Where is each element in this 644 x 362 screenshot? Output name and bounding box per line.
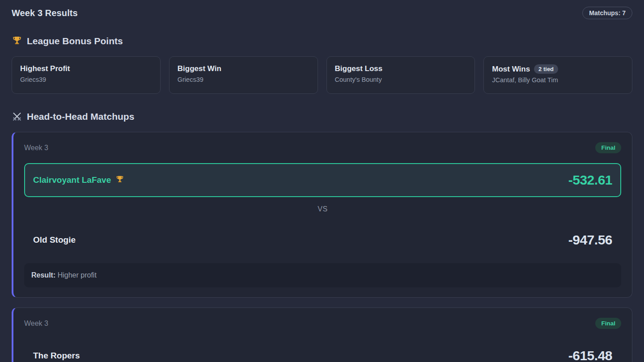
crossed-swords-icon <box>12 111 22 122</box>
vs-label: VS <box>24 205 621 213</box>
bonus-card-label: Biggest Loss <box>335 64 383 73</box>
team-name: Old Stogie <box>33 235 76 245</box>
team-score: -947.56 <box>568 232 612 248</box>
page-title: Week 3 Results <box>12 8 78 18</box>
status-badge: Final <box>595 142 621 153</box>
topbar: Week 3 Results Matchups: 7 <box>12 7 632 19</box>
team-score: -615.48 <box>568 348 612 362</box>
team-name: Clairvoyant LaFave <box>33 175 124 185</box>
bonus-card-biggest-loss: Biggest Loss County's Bounty <box>326 56 475 94</box>
result-box: Result: Higher profit <box>24 263 621 287</box>
matchup-card[interactable]: Week 3 Final The Ropers -615.48 <box>12 307 632 362</box>
h2h-section-title-text: Head-to-Head Matchups <box>27 111 134 122</box>
team-row: The Ropers -615.48 <box>24 339 621 362</box>
team-row-winner: Clairvoyant LaFave -532.61 <box>24 163 621 197</box>
bonus-card-most-wins: Most Wins 2 tied JCantaf, Billy Goat Tim <box>483 56 632 94</box>
bonus-card-label: Most Wins <box>492 65 530 74</box>
matchup-card-head: Week 3 Final <box>24 142 621 153</box>
week-label: Week 3 <box>24 320 48 328</box>
bonus-card-value: County's Bounty <box>335 76 467 83</box>
result-label: Result: <box>31 271 55 279</box>
week-label: Week 3 <box>24 144 48 152</box>
trophy-icon <box>12 36 22 46</box>
bonus-card-label: Biggest Win <box>178 64 221 73</box>
bonus-card-label: Highest Profit <box>20 64 70 73</box>
matchup-card[interactable]: Week 3 Final Clairvoyant LaFave -532.61 <box>12 132 632 298</box>
bonus-grid: Highest Profit Griecs39 Biggest Win Grie… <box>12 56 632 94</box>
bonus-card-highest-profit: Highest Profit Griecs39 <box>12 56 161 94</box>
team-name-text: Clairvoyant LaFave <box>33 175 111 185</box>
bonus-card-biggest-win: Biggest Win Griecs39 <box>169 56 318 94</box>
bonus-card-value: Griecs39 <box>178 76 309 83</box>
status-badge: Final <box>595 318 621 329</box>
team-row: Old Stogie -947.56 <box>24 223 621 257</box>
winner-trophy-icon <box>115 175 124 185</box>
h2h-section-title: Head-to-Head Matchups <box>12 111 632 122</box>
matchup-card-head: Week 3 Final <box>24 318 621 329</box>
page: Week 3 Results Matchups: 7 League Bonus … <box>0 0 644 362</box>
team-name: The Ropers <box>33 351 80 361</box>
bonus-card-value: JCantaf, Billy Goat Tim <box>492 76 624 84</box>
bonus-card-value: Griecs39 <box>20 76 152 83</box>
bonus-section-title: League Bonus Points <box>12 36 632 46</box>
bonus-section-title-text: League Bonus Points <box>27 36 123 46</box>
tied-badge: 2 tied <box>534 64 558 74</box>
team-score: -532.61 <box>568 173 612 188</box>
matchups-count-badge: Matchups: 7 <box>582 7 632 19</box>
result-text: Higher profit <box>55 271 97 279</box>
